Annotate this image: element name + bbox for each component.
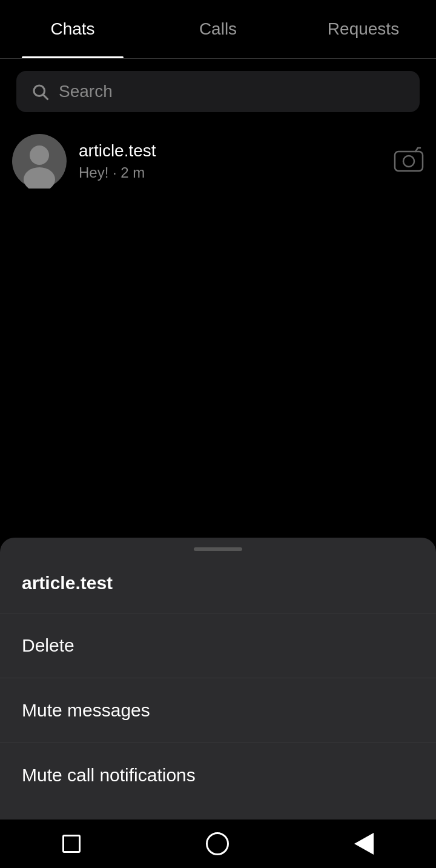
back-icon: [354, 833, 374, 855]
chat-item[interactable]: article.test Hey! · 2 m: [12, 124, 424, 198]
bottom-sheet: article.test Delete Mute messages Mute c…: [0, 538, 436, 820]
tab-chats[interactable]: Chats: [0, 0, 145, 58]
bottom-nav: [0, 820, 436, 868]
nav-back-button[interactable]: [336, 827, 392, 861]
tab-requests[interactable]: Requests: [291, 0, 436, 58]
chat-preview: Hey! · 2 m: [79, 164, 382, 181]
sheet-option-delete[interactable]: Delete: [0, 613, 436, 678]
tab-calls[interactable]: Calls: [145, 0, 291, 58]
handle-bar: [194, 547, 242, 551]
sheet-option-mute-messages[interactable]: Mute messages: [0, 678, 436, 743]
home-icon: [206, 832, 229, 855]
sheet-title: article.test: [0, 563, 436, 613]
search-container: Search: [0, 59, 436, 124]
search-placeholder: Search: [59, 82, 113, 101]
svg-rect-5: [395, 152, 423, 171]
nav-home-button[interactable]: [188, 826, 247, 861]
chat-info: article.test Hey! · 2 m: [79, 141, 382, 181]
camera-icon[interactable]: [394, 147, 424, 176]
avatar: [12, 134, 67, 189]
sheet-handle: [0, 538, 436, 563]
sheet-option-mute-calls[interactable]: Mute call notifications: [0, 743, 436, 807]
chat-name: article.test: [79, 141, 382, 161]
nav-recent-apps-button[interactable]: [44, 829, 99, 859]
search-icon: [31, 82, 49, 101]
avatar-silhouette: [12, 134, 67, 189]
tab-bar: Chats Calls Requests: [0, 0, 436, 59]
svg-line-1: [44, 95, 48, 99]
recent-apps-icon: [62, 835, 81, 853]
chat-list: article.test Hey! · 2 m: [0, 124, 436, 198]
svg-point-6: [403, 156, 414, 167]
search-bar[interactable]: Search: [16, 71, 420, 112]
svg-point-3: [30, 145, 49, 165]
